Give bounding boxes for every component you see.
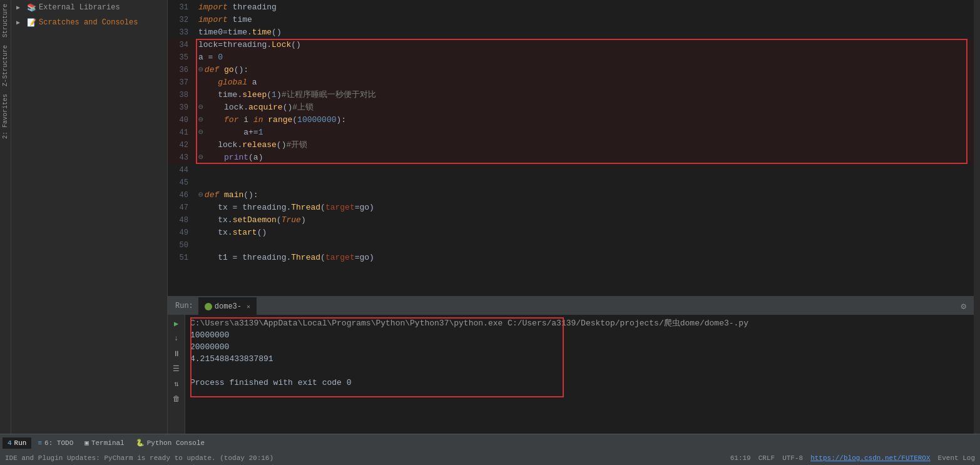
scroll-down-button[interactable]: ↓ <box>170 332 183 345</box>
main-container: Structure Z-Structure 2: Favorites ▶ 📚 E… <box>0 0 980 434</box>
todo-toolbar-tab[interactable]: ≡ 6: TODO <box>33 437 78 449</box>
code-line-33: 33 time0=time.time() <box>168 26 974 39</box>
code-line-51: 51 t1 = threading.Thread(target=go) <box>168 252 974 264</box>
library-icon: 📚 <box>26 3 36 13</box>
code-line-49: 49 tx.start() <box>168 227 974 239</box>
code-line-47: 47 tx = threading.Thread(target=go) <box>168 202 974 214</box>
tab-close-icon[interactable]: ✕ <box>247 303 250 310</box>
status-right: 61:19 CRLF UTF-8 https://blog.csdn.net/F… <box>730 454 975 462</box>
status-bar: IDE and Plugin Updates: PyCharm is ready… <box>0 451 980 465</box>
pause-button[interactable]: ⏸ <box>170 347 183 360</box>
terminal-icon: ▣ <box>84 439 89 447</box>
code-line-38: 38 time.sleep(1)#让程序睡眠一秒便于对比 <box>168 89 974 101</box>
trash-button[interactable]: 🗑 <box>170 392 183 405</box>
console-blank-line <box>190 365 969 377</box>
scratches-label: Scratches and Consoles <box>39 18 138 27</box>
expand-arrow-icon: ▶ <box>16 4 24 11</box>
bottom-toolbar: 4 Run ≡ 6: TODO ▣ Terminal 🐍 Python Cons… <box>0 434 980 451</box>
encoding[interactable]: UTF-8 <box>782 454 803 462</box>
run-play-button[interactable]: ▶ <box>170 317 183 330</box>
terminal-label: Terminal <box>91 439 125 447</box>
code-line-32: 32 import time <box>168 14 974 26</box>
console-output-line-1: 10000000 <box>190 329 969 341</box>
right-scrollbar[interactable] <box>974 0 980 434</box>
todo-toolbar-label: 6: TODO <box>44 439 73 447</box>
code-line-48: 48 tx.setDaemon(True) <box>168 214 974 227</box>
code-content: 31 import threading 32 import time 33 ti… <box>168 0 974 296</box>
code-line-34: 34 lock=threading.Lock() <box>168 39 974 51</box>
run-tab-label: dome3- <box>215 302 242 311</box>
code-line-39: 39 ⊖ lock.acquire()#上锁 <box>168 101 974 114</box>
code-line-35: 35 a = 0 <box>168 51 974 64</box>
external-libraries-label: External Libraries <box>39 3 120 12</box>
code-line-36: 36 ⊖def go(): <box>168 64 974 76</box>
run-toolbar-tab[interactable]: 4 Run <box>3 437 31 449</box>
run-toolbar-label: Run <box>14 439 27 447</box>
console-output-line-2: 20000000 <box>190 341 969 353</box>
console-exit-line: Process finished with exit code 0 <box>190 377 969 389</box>
code-line-41: 41 ⊖ a+=1 <box>168 126 974 139</box>
run-tab-dome3[interactable]: dome3- ✕ <box>198 297 257 315</box>
bottom-panel: Run: dome3- ✕ ⚙ ▶ ↓ ⏸ ☰ ⇅ 🗑 <box>168 296 974 434</box>
code-line-40: 40 ⊖ for i in range(10000000): <box>168 114 974 126</box>
status-left: IDE and Plugin Updates: PyCharm is ready… <box>5 454 730 462</box>
line-ending[interactable]: CRLF <box>758 454 775 462</box>
code-line-50: 50 <box>168 239 974 252</box>
terminal-toolbar-tab[interactable]: ▣ Terminal <box>79 437 129 449</box>
structure-tab[interactable]: Structure <box>1 0 10 41</box>
code-block-wrapper: 31 import threading 32 import time 33 ti… <box>168 1 974 264</box>
code-line-46: 46 ⊖def main(): <box>168 189 974 202</box>
run-tabs-bar: Run: dome3- ✕ ⚙ <box>168 297 974 315</box>
expand-arrow-icon-2: ▶ <box>16 19 24 26</box>
event-log-label[interactable]: Event Log <box>938 454 975 462</box>
project-sidebar: ▶ 📚 External Libraries ▶ 📝 Scratches and… <box>11 0 168 434</box>
console-output-line-3: 4.215488433837891 <box>190 353 969 365</box>
python-console-label: Python Console <box>147 439 205 447</box>
python-console-toolbar-tab[interactable]: 🐍 Python Console <box>131 437 210 449</box>
status-message: IDE and Plugin Updates: PyCharm is ready… <box>5 454 273 462</box>
favorites-tab[interactable]: 2: Favorites <box>1 90 10 143</box>
python-console-icon: 🐍 <box>136 439 145 447</box>
code-line-45: 45 <box>168 176 974 189</box>
csdn-link[interactable]: https://blog.csdn.net/FUTEROX <box>810 454 930 462</box>
sort-button[interactable]: ⇅ <box>170 377 183 390</box>
code-line-44: 44 <box>168 164 974 176</box>
console-command-line: C:\Users\a3139\AppData\Local\Programs\Py… <box>190 317 969 329</box>
z-structure-tab[interactable]: Z-Structure <box>1 41 10 90</box>
list-view-button[interactable]: ☰ <box>170 362 183 375</box>
console-output: ▶ ↓ ⏸ ☰ ⇅ 🗑 C:\Users\a3139\AppData\Local… <box>168 315 974 434</box>
code-line-43: 43 ⊖ print(a) <box>168 151 974 164</box>
code-line-31: 31 import threading <box>168 1 974 14</box>
cursor-position[interactable]: 61:19 <box>730 454 751 462</box>
sidebar-item-external-libraries[interactable]: ▶ 📚 External Libraries <box>11 0 167 15</box>
scratches-icon: 📝 <box>26 18 36 28</box>
code-line-37: 37 global a <box>168 76 974 89</box>
code-editor: 31 import threading 32 import time 33 ti… <box>168 0 974 434</box>
left-edge-panel: Structure Z-Structure 2: Favorites <box>0 0 11 434</box>
run-label: Run: <box>170 302 198 310</box>
settings-gear-icon[interactable]: ⚙ <box>956 301 971 312</box>
sidebar-item-scratches[interactable]: ▶ 📝 Scratches and Consoles <box>11 15 167 30</box>
code-line-42: 42 lock.release()#开锁 <box>168 139 974 151</box>
console-text-area: C:\Users\a3139\AppData\Local\Programs\Py… <box>185 315 974 434</box>
run-tab-icon <box>205 303 212 310</box>
console-toolbar: ▶ ↓ ⏸ ☰ ⇅ 🗑 <box>168 315 185 434</box>
